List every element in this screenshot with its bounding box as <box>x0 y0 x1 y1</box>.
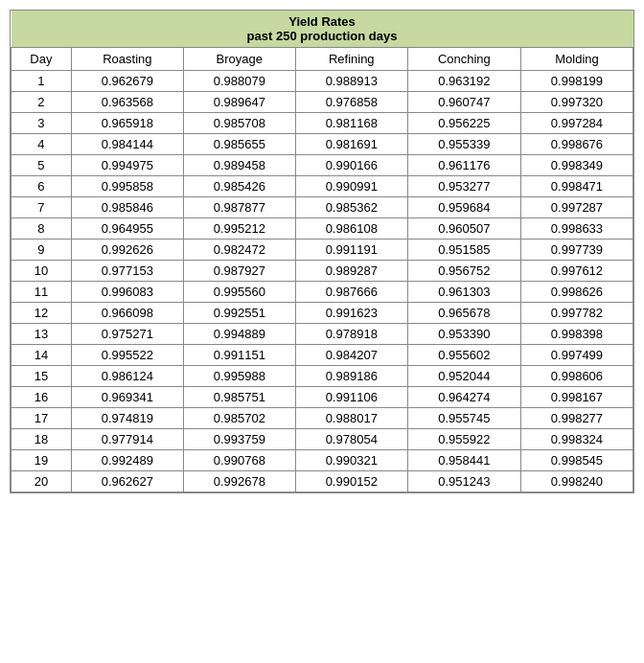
value-cell: 0.991191 <box>295 240 407 261</box>
value-cell: 0.997782 <box>520 303 632 324</box>
value-cell: 0.951585 <box>407 240 520 261</box>
value-cell: 0.995858 <box>71 176 183 197</box>
value-cell: 0.963568 <box>71 92 183 113</box>
value-cell: 0.987927 <box>183 261 295 282</box>
day-cell: 16 <box>12 387 72 408</box>
value-cell: 0.997739 <box>520 240 632 261</box>
value-cell: 0.987666 <box>295 282 407 303</box>
day-cell: 13 <box>12 324 72 345</box>
value-cell: 0.952044 <box>407 366 520 387</box>
day-cell: 18 <box>12 429 72 450</box>
value-cell: 0.998626 <box>520 282 632 303</box>
day-cell: 3 <box>12 113 72 134</box>
value-cell: 0.976858 <box>295 92 407 113</box>
day-cell: 20 <box>12 471 72 492</box>
column-header-row: DayRoastingBroyageRefiningConchingMoldin… <box>12 48 633 71</box>
value-cell: 0.961303 <box>407 282 520 303</box>
value-cell: 0.998199 <box>520 71 632 92</box>
value-cell: 0.974819 <box>71 408 183 429</box>
day-cell: 10 <box>12 261 72 282</box>
table-title-row: Yield Rates past 250 production days <box>12 11 633 48</box>
value-cell: 0.961176 <box>407 155 520 176</box>
col-header-molding: Molding <box>520 48 632 71</box>
value-cell: 0.988079 <box>183 71 295 92</box>
value-cell: 0.985426 <box>183 176 295 197</box>
value-cell: 0.991106 <box>295 387 407 408</box>
table-row: 30.9659180.9857080.9811680.9562250.99728… <box>12 113 633 134</box>
value-cell: 0.956225 <box>407 113 520 134</box>
value-cell: 0.995560 <box>183 282 295 303</box>
value-cell: 0.998277 <box>520 408 632 429</box>
col-header-day: Day <box>12 48 72 71</box>
value-cell: 0.985708 <box>183 113 295 134</box>
table-row: 150.9861240.9959880.9891860.9520440.9986… <box>12 366 633 387</box>
value-cell: 0.990152 <box>295 471 407 492</box>
value-cell: 0.978054 <box>295 429 407 450</box>
value-cell: 0.982472 <box>183 240 295 261</box>
value-cell: 0.986108 <box>295 218 407 240</box>
day-cell: 19 <box>12 450 72 471</box>
table-title: Yield Rates past 250 production days <box>12 11 633 48</box>
value-cell: 0.963192 <box>407 71 520 92</box>
day-cell: 15 <box>12 366 72 387</box>
value-cell: 0.962627 <box>71 471 183 492</box>
value-cell: 0.966098 <box>71 303 183 324</box>
value-cell: 0.955922 <box>407 429 520 450</box>
value-cell: 0.964274 <box>407 387 520 408</box>
value-cell: 0.984207 <box>295 345 407 366</box>
value-cell: 0.998398 <box>520 324 632 345</box>
value-cell: 0.989287 <box>295 261 407 282</box>
table-row: 50.9949750.9894580.9901660.9611760.99834… <box>12 155 633 176</box>
value-cell: 0.981168 <box>295 113 407 134</box>
value-cell: 0.962679 <box>71 71 183 92</box>
table-row: 140.9955220.9911510.9842070.9556020.9974… <box>12 345 633 366</box>
value-cell: 0.977914 <box>71 429 183 450</box>
value-cell: 0.955339 <box>407 134 520 155</box>
table-row: 190.9924890.9907680.9903210.9584410.9985… <box>12 450 633 471</box>
value-cell: 0.990768 <box>183 450 295 471</box>
day-cell: 6 <box>12 176 72 197</box>
value-cell: 0.985846 <box>71 197 183 218</box>
col-header-roasting: Roasting <box>71 48 183 71</box>
value-cell: 0.989647 <box>183 92 295 113</box>
value-cell: 0.955602 <box>407 345 520 366</box>
value-cell: 0.959684 <box>407 197 520 218</box>
value-cell: 0.951243 <box>407 471 520 492</box>
value-cell: 0.994889 <box>183 324 295 345</box>
table-row: 10.9626790.9880790.9889130.9631920.99819… <box>12 71 633 92</box>
value-cell: 0.988913 <box>295 71 407 92</box>
value-cell: 0.998471 <box>520 176 632 197</box>
value-cell: 0.985702 <box>183 408 295 429</box>
col-header-refining: Refining <box>295 48 407 71</box>
value-cell: 0.985655 <box>183 134 295 155</box>
value-cell: 0.998167 <box>520 387 632 408</box>
day-cell: 4 <box>12 134 72 155</box>
value-cell: 0.992489 <box>71 450 183 471</box>
value-cell: 0.977153 <box>71 261 183 282</box>
table-row: 40.9841440.9856550.9816910.9553390.99867… <box>12 134 633 155</box>
value-cell: 0.995988 <box>183 366 295 387</box>
table-row: 170.9748190.9857020.9880170.9557450.9982… <box>12 408 633 429</box>
value-cell: 0.993759 <box>183 429 295 450</box>
value-cell: 0.998545 <box>520 450 632 471</box>
value-cell: 0.990321 <box>295 450 407 471</box>
value-cell: 0.955745 <box>407 408 520 429</box>
value-cell: 0.990991 <box>295 176 407 197</box>
value-cell: 0.994975 <box>71 155 183 176</box>
value-cell: 0.965678 <box>407 303 520 324</box>
value-cell: 0.975271 <box>71 324 183 345</box>
day-cell: 7 <box>12 197 72 218</box>
table-row: 180.9779140.9937590.9780540.9559220.9983… <box>12 429 633 450</box>
day-cell: 1 <box>12 71 72 92</box>
day-cell: 2 <box>12 92 72 113</box>
value-cell: 0.990166 <box>295 155 407 176</box>
value-cell: 0.969341 <box>71 387 183 408</box>
day-cell: 5 <box>12 155 72 176</box>
value-cell: 0.998606 <box>520 366 632 387</box>
table-row: 160.9693410.9857510.9911060.9642740.9981… <box>12 387 633 408</box>
table-row: 110.9960830.9955600.9876660.9613030.9986… <box>12 282 633 303</box>
value-cell: 0.953390 <box>407 324 520 345</box>
yield-rates-table: Yield Rates past 250 production days Day… <box>10 10 634 493</box>
value-cell: 0.988017 <box>295 408 407 429</box>
table-row: 130.9752710.9948890.9789180.9533900.9983… <box>12 324 633 345</box>
